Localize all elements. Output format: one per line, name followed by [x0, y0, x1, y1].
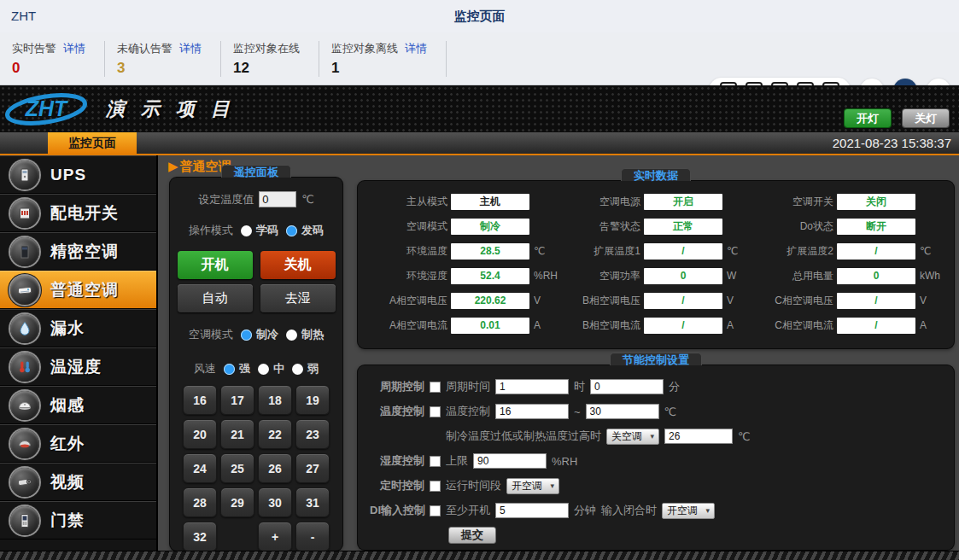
- temp-button[interactable]: 19: [295, 385, 330, 415]
- temp-button[interactable]: 18: [258, 385, 292, 415]
- realtime-value: 正常: [644, 219, 722, 235]
- main-area: UPS 配电开关 精密空调 普通空调 漏水 温湿度: [0, 155, 959, 560]
- dehumidify-button[interactable]: 去湿: [260, 284, 336, 312]
- radio-icon[interactable]: [286, 225, 297, 236]
- radio-icon[interactable]: [241, 225, 252, 236]
- humidity-unit: %RH: [552, 455, 577, 468]
- tab-monitor-page[interactable]: 监控页面: [48, 132, 137, 154]
- realtime-unit: A: [727, 319, 752, 331]
- realtime-value: 制冷: [451, 219, 529, 235]
- temp-button[interactable]: 27: [295, 453, 330, 483]
- fan-option-mid[interactable]: 中: [258, 361, 284, 376]
- radio-icon[interactable]: [292, 364, 303, 375]
- op-mode-option-send[interactable]: 发码: [286, 223, 324, 238]
- detail-link[interactable]: 详情: [63, 41, 85, 56]
- temp-button[interactable]: 20: [183, 419, 217, 449]
- ac-mode-option-heat[interactable]: 制热: [286, 327, 324, 342]
- realtime-field: 环境湿度52.4%RH: [366, 267, 559, 284]
- fan-option-high[interactable]: 强: [224, 361, 250, 376]
- ac-mode-option-cool[interactable]: 制冷: [241, 327, 278, 342]
- timer-control-checkbox[interactable]: [430, 481, 441, 492]
- radio-icon[interactable]: [258, 364, 269, 375]
- set-temp-input[interactable]: [259, 191, 296, 207]
- sidebar-item-label: 烟感: [50, 394, 85, 417]
- temp-control-checkbox[interactable]: [430, 406, 441, 417]
- radio-icon[interactable]: [286, 330, 297, 341]
- timer-control-label: 定时控制: [370, 478, 424, 493]
- temp-button[interactable]: 26: [258, 453, 292, 483]
- realtime-label: A相空调电流: [389, 318, 447, 333]
- stat-online: 监控对象在线 12: [221, 41, 319, 77]
- fan-option-low[interactable]: 弱: [292, 361, 319, 376]
- sidebar-item-access-control[interactable]: 门禁: [0, 501, 156, 540]
- temp-button[interactable]: 23: [295, 419, 330, 449]
- temp-overflow-input[interactable]: [664, 429, 733, 444]
- temp-button[interactable]: 30: [258, 487, 292, 517]
- stat-unconfirmed-alarm: 未确认告警详情 3: [105, 41, 221, 77]
- water-drop-icon: [10, 314, 39, 343]
- chevron-down-icon: ▾: [650, 432, 654, 440]
- di-control-checkbox[interactable]: [430, 505, 441, 516]
- sidebar-item-infrared[interactable]: 红外: [0, 424, 156, 463]
- screen: ZHT 监控页面 实时告警详情 0 未确认告警详情 3 监控对象在线 12 监控…: [0, 0, 959, 560]
- temp-button[interactable]: 32: [183, 522, 217, 551]
- humidity-control-row: 湿度控制 上限 %RH: [370, 452, 954, 470]
- temp-button[interactable]: 25: [220, 453, 254, 483]
- di-action-select[interactable]: 开空调▾: [662, 503, 715, 519]
- temp-button[interactable]: 22: [258, 419, 292, 449]
- radio-icon[interactable]: [224, 364, 235, 375]
- temp-max-input[interactable]: [586, 404, 659, 419]
- sidebar-item-label: 门禁: [50, 510, 85, 532]
- sidebar-item-ups[interactable]: UPS: [0, 155, 156, 194]
- realtime-field: 空调开关关闭: [752, 193, 945, 210]
- temp-button[interactable]: 17: [220, 385, 254, 415]
- timer-action-select[interactable]: 开空调▾: [506, 478, 559, 494]
- sidebar-item-smoke[interactable]: 烟感: [0, 386, 156, 424]
- humidity-limit-input[interactable]: [473, 453, 547, 469]
- power-on-button[interactable]: 开机: [178, 251, 253, 279]
- temp-min-input[interactable]: [495, 404, 569, 419]
- content-area: ▶普通空调 遥控面板 设定温度值 ℃ 操作模式 学码 发码 开机 关机: [160, 155, 959, 560]
- power-off-button[interactable]: 关机: [260, 251, 336, 279]
- temp-button[interactable]: 24: [183, 453, 217, 483]
- chevron-down-icon: ▾: [550, 481, 554, 490]
- timer-control-row: 定时控制 运行时间段 开空调▾: [370, 477, 954, 494]
- temp-button[interactable]: 16: [183, 385, 217, 415]
- cycle-minutes-input[interactable]: [590, 379, 664, 394]
- detail-link[interactable]: 详情: [405, 41, 427, 56]
- stat-value: 0: [12, 60, 85, 77]
- cycle-hours-input[interactable]: [495, 379, 569, 394]
- humidity-control-checkbox[interactable]: [430, 456, 441, 467]
- di-control-label: DI输入控制: [370, 503, 424, 518]
- temp-button[interactable]: 29: [220, 487, 254, 517]
- sidebar-item-power-switch[interactable]: 配电开关: [0, 194, 156, 232]
- radio-icon[interactable]: [241, 330, 252, 341]
- temp-overflow-select[interactable]: 关空调▾: [606, 429, 659, 445]
- realtime-unit: A: [920, 319, 945, 331]
- energy-settings-panel: 节能控制设置 周期控制 周期时间 时 分 温度控制 温度控制: [358, 365, 954, 550]
- temp-button[interactable]: 21: [220, 419, 254, 449]
- thermometer-icon: [10, 353, 39, 382]
- op-mode-option-learn[interactable]: 学码: [241, 223, 278, 238]
- detail-link[interactable]: 详情: [179, 41, 202, 56]
- temp-button[interactable]: 28: [183, 487, 217, 517]
- light-on-button[interactable]: 开灯: [845, 109, 891, 127]
- temp-overflow-unit: ℃: [738, 430, 751, 443]
- temp-plus-button[interactable]: +: [258, 522, 292, 551]
- sidebar-item-normal-ac[interactable]: 普通空调: [0, 271, 156, 309]
- sidebar-item-video[interactable]: 视频: [0, 463, 156, 501]
- cycle-control-checkbox[interactable]: [430, 382, 441, 393]
- realtime-field: 空调电源开启: [559, 193, 752, 210]
- auto-button[interactable]: 自动: [178, 284, 253, 312]
- temp-minus-button[interactable]: -: [295, 522, 330, 551]
- temp-button[interactable]: 31: [295, 487, 330, 517]
- di-minutes-input[interactable]: [495, 503, 569, 518]
- sidebar-item-temp-humidity[interactable]: 温湿度: [0, 347, 156, 386]
- realtime-label: 环境温度: [406, 244, 447, 259]
- stat-realtime-alarm: 实时告警详情 0: [0, 41, 105, 77]
- submit-button[interactable]: 提交: [448, 527, 496, 544]
- realtime-value: /: [837, 293, 915, 309]
- sidebar-item-precision-ac[interactable]: 精密空调: [0, 232, 156, 271]
- sidebar-item-water-leak[interactable]: 漏水: [0, 309, 156, 347]
- light-off-button[interactable]: 关灯: [903, 109, 949, 127]
